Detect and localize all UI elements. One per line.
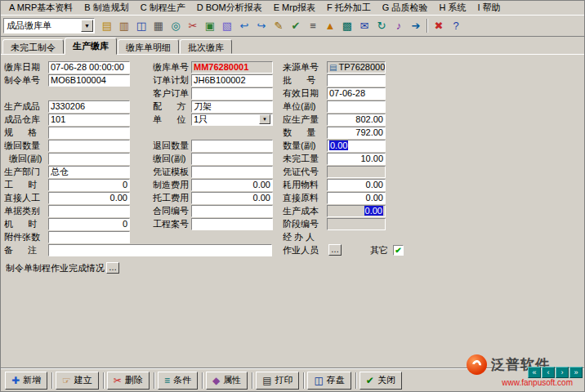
stage-no-input[interactable] [327,218,386,230]
close-button[interactable]: ✔关闭 [359,372,402,390]
chart-icon[interactable]: ▲ [322,18,338,33]
project-no-input[interactable] [191,218,273,230]
direct-labor-input[interactable]: 0.00 [48,192,130,204]
voucher-template-input[interactable] [191,166,273,178]
material-cost-input[interactable]: 0.00 [327,179,386,191]
labor-hours-input[interactable]: 0 [48,179,130,191]
mfg-cost-input[interactable]: 0.00 [191,179,273,191]
unfinished-qty-input[interactable]: 10.00 [327,153,386,165]
process-completion-browse-button[interactable]: … [106,262,119,274]
copy-icon[interactable]: ▣ [202,18,218,33]
menu-item-6[interactable]: G 品质检验 [377,0,434,16]
production-cost-label: 生产成本 [283,205,327,217]
menu-item-0[interactable]: A MRP基本资料 [3,0,78,16]
delete-button-label: 删除 [125,374,143,386]
menu-item-4[interactable]: E Mrp报表 [268,0,321,16]
export-icon[interactable]: ➔ [408,18,424,33]
print-button[interactable]: ▤打印 [256,372,299,390]
redo-icon[interactable]: ↪ [253,18,270,33]
menu-item-5[interactable]: F 托外加工 [321,0,377,16]
delete-button[interactable]: ✂删除 [107,372,150,390]
tab-2[interactable]: 缴库单明细 [118,39,179,54]
direct-material-input[interactable]: 0.00 [327,192,386,204]
unit-input[interactable]: 1只▼ [191,114,273,126]
table-icon[interactable]: ▩ [339,18,355,33]
formula-input[interactable]: 刀架 [191,100,273,113]
remarks-input[interactable] [48,244,272,256]
document-type-combo[interactable]: 成品缴库单 ▼ [3,18,95,33]
valid-date-input[interactable]: 07-06-28 [327,87,386,100]
preview-icon[interactable]: ◎ [167,18,184,33]
contract-no-input[interactable] [191,205,273,217]
new-doc-icon[interactable]: ▤ [99,18,115,33]
return-qty-input[interactable] [48,140,130,152]
menu-item-1[interactable]: B 制造规划 [78,0,134,16]
other-checkbox[interactable]: ✔ [393,245,404,256]
chevron-down-icon[interactable]: ▼ [81,20,93,32]
menu-item-2[interactable]: C 制程生产 [135,0,191,16]
qty-aux-input[interactable]: 0.00 [327,140,386,152]
receipt-no-input[interactable]: MM76280001 [191,61,273,74]
return-aux-mid-input[interactable] [191,153,273,165]
mail-icon[interactable]: ✉ [356,18,373,33]
help-icon[interactable]: ? [448,18,464,33]
product-code-input[interactable]: J330206 [48,100,130,113]
planned-qty-input[interactable]: 802.00 [327,114,386,126]
direct-material-value: 0.00 [366,193,383,203]
source-no-label: 来源单号 [283,61,327,74]
source-no-input[interactable]: ▤TP76280001 [327,61,386,74]
open-icon[interactable]: ▥ [116,18,132,33]
customer-order-input[interactable] [191,87,273,100]
delete-icon[interactable]: ✖ [431,18,447,33]
cut-icon[interactable]: ✂ [185,18,201,33]
last-record-button[interactable]: » [569,367,583,378]
entry-date-input[interactable]: 07-06-28 00:00:00 [48,61,130,74]
check-icon[interactable]: ✔ [288,18,304,33]
add-button[interactable]: ✚新增 [5,372,47,390]
qty-input[interactable]: 792.00 [327,127,386,139]
properties-button[interactable]: ◆属性 [206,372,248,390]
menu-item-8[interactable]: I 帮助 [471,0,506,16]
spec-input[interactable] [48,127,130,139]
save-button[interactable]: ◫存盘 [307,372,351,390]
print-icon[interactable]: ▦ [150,18,167,33]
outsource-cost-input[interactable]: 0.00 [191,192,273,204]
doc-type-input[interactable] [48,205,130,217]
create-button[interactable]: ☞建立 [56,372,99,390]
attachment-count-input[interactable] [48,231,130,243]
entry-date-row: 缴库日期07-06-28 00:00:00 [4,60,130,74]
menu-item-3[interactable]: D BOM分析报表 [191,0,268,16]
list-icon[interactable]: ≡ [305,18,321,33]
refresh-icon[interactable]: ↻ [373,18,390,33]
return-aux-left-input[interactable] [48,153,130,165]
dept-input[interactable]: 总仓 [48,166,130,178]
prev-record-button[interactable]: ‹ [542,367,555,378]
production-cost-input[interactable]: 0.00 [327,205,386,217]
operator-browse-button[interactable]: … [328,244,342,256]
batch-no-input[interactable] [327,74,386,87]
first-record-button[interactable]: « [528,367,541,378]
criteria-button[interactable]: ≡条件 [158,372,198,390]
save-icon[interactable]: ◫ [133,18,150,33]
tab-1[interactable]: 生产缴库 [65,38,117,55]
project-no-row: 工程案号 [153,217,273,230]
paste-icon[interactable]: ▧ [219,18,235,33]
unit-aux-input[interactable] [327,100,386,113]
tab-3[interactable]: 批次缴库 [180,39,232,54]
mo-no-input[interactable]: MO6B100004 [48,74,130,87]
machine-hours-input[interactable]: 0 [48,218,130,230]
edit-icon[interactable]: ✎ [270,18,287,33]
sound-icon[interactable]: ♪ [391,18,407,33]
refund-qty-input[interactable] [191,140,273,152]
labor-hours-value: 0 [123,180,127,189]
next-record-button[interactable]: › [556,367,569,378]
voucher-code-input[interactable] [327,166,386,178]
chevron-down-icon[interactable]: ▼ [259,114,270,124]
menu-item-7[interactable]: H 系统 [433,0,471,16]
tab-0[interactable]: 未完工制令 [2,39,64,54]
order-plan-input[interactable]: JH6B100002 [191,74,273,87]
doc-type-label: 单据类别 [4,205,48,217]
menubar: A MRP基本资料B 制造规划C 制程生产D BOM分析报表E Mrp报表F 托… [1,1,584,16]
undo-icon[interactable]: ↩ [236,18,252,33]
warehouse-input[interactable]: 101 [48,114,130,126]
